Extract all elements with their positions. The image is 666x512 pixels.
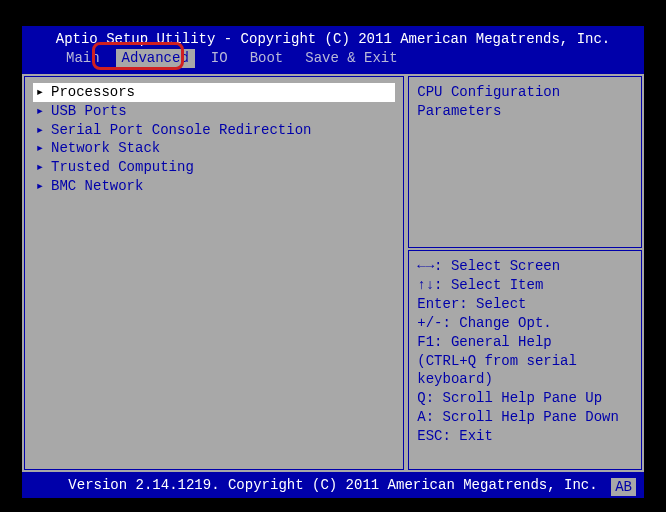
help-line: keyboard) — [417, 370, 633, 389]
version-text: Version 2.14.1219. Copyright (C) 2011 Am… — [68, 477, 597, 493]
submenu-arrow-icon: ▸ — [35, 121, 45, 140]
submenu-label: Processors — [51, 83, 135, 102]
top-bar: Aptio Setup Utility - Copyright (C) 2011… — [22, 26, 644, 74]
app-title: Aptio Setup Utility - Copyright (C) 2011… — [32, 30, 634, 49]
submenu-pane: ▸ Processors ▸ USB Ports ▸ Serial Port C… — [24, 76, 404, 470]
submenu-arrow-icon: ▸ — [35, 158, 45, 177]
description-line: CPU Configuration — [417, 83, 633, 102]
help-line: (CTRL+Q from serial — [417, 352, 633, 371]
help-line: ←→: Select Screen — [417, 257, 633, 276]
help-line: ↑↓: Select Item — [417, 276, 633, 295]
submenu-item-processors[interactable]: ▸ Processors — [33, 83, 395, 102]
help-line: F1: General Help — [417, 333, 633, 352]
description-pane: CPU Configuration Parameters — [408, 76, 642, 248]
tab-save-exit[interactable]: Save & Exit — [299, 49, 403, 68]
tab-advanced[interactable]: Advanced — [116, 49, 195, 68]
bottom-bar: Version 2.14.1219. Copyright (C) 2011 Am… — [22, 472, 644, 498]
submenu-item-network-stack[interactable]: ▸ Network Stack — [33, 139, 395, 158]
submenu-label: BMC Network — [51, 177, 143, 196]
submenu-item-usb-ports[interactable]: ▸ USB Ports — [33, 102, 395, 121]
submenu-arrow-icon: ▸ — [35, 83, 45, 102]
help-line: +/-: Change Opt. — [417, 314, 633, 333]
bios-screen: Aptio Setup Utility - Copyright (C) 2011… — [18, 22, 648, 490]
info-pane: CPU Configuration Parameters ←→: Select … — [408, 76, 642, 470]
submenu-label: Network Stack — [51, 139, 160, 158]
tab-io[interactable]: IO — [205, 49, 234, 68]
content-area: ▸ Processors ▸ USB Ports ▸ Serial Port C… — [22, 74, 644, 472]
submenu-item-serial-port[interactable]: ▸ Serial Port Console Redirection — [33, 121, 395, 140]
submenu-label: USB Ports — [51, 102, 127, 121]
tab-main[interactable]: Main — [60, 49, 106, 68]
submenu-item-trusted-computing[interactable]: ▸ Trusted Computing — [33, 158, 395, 177]
description-line: Parameters — [417, 102, 633, 121]
submenu-label: Trusted Computing — [51, 158, 194, 177]
ab-badge: AB — [611, 478, 636, 496]
submenu-item-bmc-network[interactable]: ▸ BMC Network — [33, 177, 395, 196]
submenu-label: Serial Port Console Redirection — [51, 121, 311, 140]
submenu-arrow-icon: ▸ — [35, 102, 45, 121]
tab-bar: Main Advanced IO Boot Save & Exit — [32, 49, 634, 68]
help-pane: ←→: Select Screen ↑↓: Select Item Enter:… — [408, 250, 642, 470]
submenu-arrow-icon: ▸ — [35, 177, 45, 196]
help-line: Enter: Select — [417, 295, 633, 314]
help-line: A: Scroll Help Pane Down — [417, 408, 633, 427]
tab-boot[interactable]: Boot — [244, 49, 290, 68]
help-line: ESC: Exit — [417, 427, 633, 446]
submenu-arrow-icon: ▸ — [35, 139, 45, 158]
help-line: Q: Scroll Help Pane Up — [417, 389, 633, 408]
